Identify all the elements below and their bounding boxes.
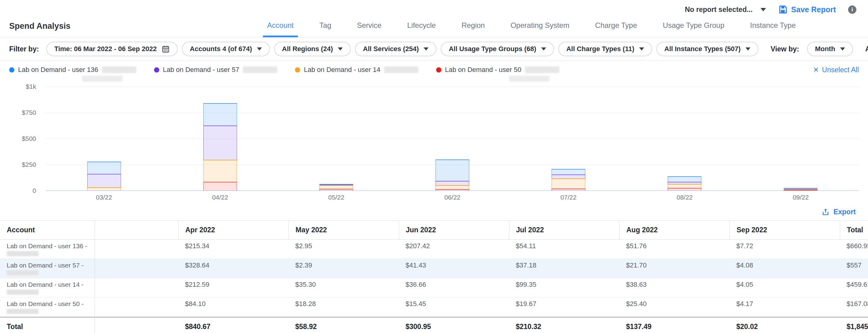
legend-items: Lab on Demand - user 136Lab on Demand - … <box>9 66 577 82</box>
table-header-row: AccountApr 2022May 2022Jun 2022Jul 2022A… <box>0 220 868 240</box>
redacted-text <box>7 270 39 275</box>
legend-item-line: Lab on Demand - user 50 <box>436 66 560 74</box>
chart-x-tick-label: 03/22 <box>46 194 162 201</box>
bar-segment-lab-on-demand-user-57 <box>204 126 237 160</box>
column-header-sep-2022: Sep 2022 <box>730 221 840 239</box>
value-cell: $84.10 <box>178 298 288 317</box>
chart-x-tick-label: 06/22 <box>394 194 510 201</box>
value-cell: $25.40 <box>619 298 730 317</box>
legend-item-lab-on-demand-user-50[interactable]: Lab on Demand - user 50 <box>436 66 560 82</box>
value-cell: $21.70 <box>619 259 730 278</box>
chart-x-tick-label: 04/22 <box>162 194 278 201</box>
save-report-button[interactable]: Save Report <box>778 5 836 14</box>
spacer-cell <box>95 318 178 333</box>
account-cell: Lab on Demand - user 136 - <box>0 240 95 259</box>
chart-slot-05-22 <box>278 87 394 191</box>
stacked-bar-09-22[interactable] <box>784 188 817 191</box>
bar-segment-lab-on-demand-user-57 <box>87 174 121 187</box>
stacked-bar-03-22[interactable] <box>87 162 121 191</box>
filter-bar: Filter by: Time: 06 Mar 2022 - 06 Sep 20… <box>0 37 868 61</box>
chevron-down-icon <box>840 47 845 51</box>
tab-lifecycle[interactable]: Lifecycle <box>395 21 449 37</box>
unselect-all-label: Unselect All <box>822 66 859 74</box>
tab-account[interactable]: Account <box>254 21 307 37</box>
stacked-bar-04-22[interactable] <box>204 103 237 191</box>
filter-pill-all-charge-types-11[interactable]: All Charge Types (11) <box>558 42 652 56</box>
chart-slot-07-22 <box>510 87 627 191</box>
legend-dot-icon <box>154 67 159 72</box>
tab-operating-system[interactable]: Operating System <box>498 21 582 37</box>
total-value-cell: $300.95 <box>399 318 509 333</box>
value-cell: $38.63 <box>619 278 730 297</box>
legend-item-label: Lab on Demand - user 14 <box>304 66 380 74</box>
legend-item-lab-on-demand-user-14[interactable]: Lab on Demand - user 14 <box>295 66 418 74</box>
filter-by-label: Filter by: <box>9 45 39 53</box>
chart-y-tick-label: $750 <box>9 109 36 116</box>
total-value-cell: $20.02 <box>730 318 840 333</box>
time-filter-pill[interactable]: Time: 06 Mar 2022 - 06 Sep 2022 <box>46 42 178 56</box>
redacted-text <box>384 66 418 73</box>
redacted-text <box>102 66 136 73</box>
account-cell: Lab on Demand - user 57 - <box>0 259 95 278</box>
filter-pill-accounts-4-of-674[interactable]: Accounts 4 (of 674) <box>182 42 270 56</box>
export-button[interactable]: Export <box>822 208 856 216</box>
tab-instance-type[interactable]: Instance Type <box>737 21 809 37</box>
bar-segment-lab-on-demand-user-50 <box>784 190 817 191</box>
stacked-bar-05-22[interactable] <box>319 184 353 191</box>
chart-y-tick-label: $250 <box>9 161 36 168</box>
save-report-label: Save Report <box>791 5 836 14</box>
account-name: Lab on Demand - user 14 - <box>7 281 92 288</box>
chart-legend: Lab on Demand - user 136Lab on Demand - … <box>0 61 868 84</box>
filter-pill-all-usage-type-groups-68[interactable]: All Usage Type Groups (68) <box>441 42 554 56</box>
tab-region[interactable]: Region <box>449 21 498 37</box>
stacked-bar-08-22[interactable] <box>668 176 702 191</box>
chart-bars-layer <box>46 87 859 191</box>
unselect-all-button[interactable]: ✕ Unselect All <box>813 66 859 74</box>
value-cell: $37.18 <box>509 259 619 278</box>
chart-x-tick-label: 07/22 <box>510 194 627 201</box>
amortized-group: Amortized i <box>865 45 868 54</box>
table-body: Lab on Demand - user 136 -$215.34$2.95$2… <box>0 240 868 317</box>
export-icon <box>822 208 830 216</box>
chart-y-tick-label: $500 <box>9 135 36 142</box>
redacted-text <box>243 66 277 73</box>
tab-tag[interactable]: Tag <box>307 21 344 37</box>
title-tab-row: Spend Analysis AccountTagServiceLifecycl… <box>0 16 868 37</box>
report-selector-dropdown[interactable]: No report selected... <box>685 5 766 14</box>
info-icon[interactable]: i <box>848 5 856 14</box>
legend-item-lab-on-demand-user-57[interactable]: Lab on Demand - user 57 <box>154 66 278 74</box>
tab-usage-type-group[interactable]: Usage Type Group <box>650 21 737 37</box>
column-header-total: Total <box>840 221 868 239</box>
legend-item-line: Lab on Demand - user 136 <box>9 66 136 74</box>
legend-dot-icon <box>9 67 14 72</box>
legend-item-label: Lab on Demand - user 136 <box>18 66 98 74</box>
legend-item-lab-on-demand-user-136[interactable]: Lab on Demand - user 136 <box>9 66 136 82</box>
export-row: Export <box>0 201 868 220</box>
redacted-text <box>7 309 39 314</box>
redacted-text <box>509 76 550 82</box>
stacked-bar-06-22[interactable] <box>436 160 469 191</box>
value-cell: $212.59 <box>178 278 288 297</box>
value-cell: $15.45 <box>399 298 509 317</box>
filter-pill-all-regions-24[interactable]: All Regions (24) <box>274 42 351 56</box>
filter-pills: Accounts 4 (of 674)All Regions (24)All S… <box>182 42 758 56</box>
tab-charge-type[interactable]: Charge Type <box>582 21 650 37</box>
filter-pill-all-services-254[interactable]: All Services (254) <box>355 42 436 56</box>
tab-service[interactable]: Service <box>344 21 394 37</box>
total-value-cell: $137.49 <box>619 318 730 333</box>
chevron-down-icon <box>745 47 750 51</box>
table-row: Lab on Demand - user 50 -$84.10$18.28$15… <box>0 298 868 317</box>
bar-segment-lab-on-demand-user-50 <box>319 189 353 191</box>
filter-pill-label: All Usage Type Groups (68) <box>449 45 536 53</box>
total-value-cell: $1,845 <box>840 318 868 333</box>
spend-chart: $1k$750$500$2500 03/2204/2205/2206/2207/… <box>0 84 868 201</box>
value-cell: $459.61 <box>840 278 868 297</box>
filter-pill-all-instance-types-507[interactable]: All Instance Types (507) <box>656 42 758 56</box>
value-cell: $2.95 <box>288 240 399 259</box>
stacked-bar-07-22[interactable] <box>552 169 585 191</box>
bar-segment-lab-on-demand-user-50 <box>436 189 469 191</box>
view-by-dropdown[interactable]: Month <box>807 42 853 56</box>
bar-segment-lab-on-demand-user-14 <box>319 185 353 189</box>
amortized-label: Amortized <box>865 45 868 53</box>
table-row: Lab on Demand - user 136 -$215.34$2.95$2… <box>0 240 868 259</box>
